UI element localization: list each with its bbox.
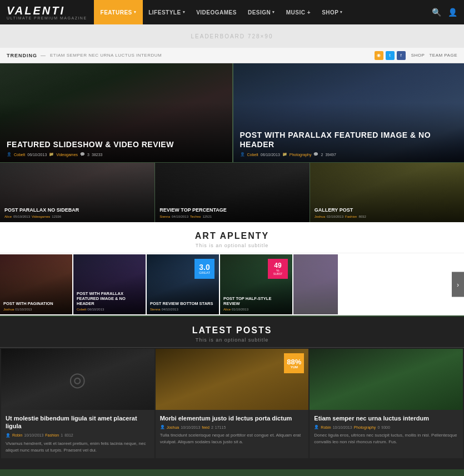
percent-label: SUBST bbox=[273, 272, 283, 275]
t2-date: 04/10/2013 bbox=[172, 215, 188, 218]
three-content-2: REVIEW TOP PERCENTAGE Sienna 04/10/2013 … bbox=[155, 203, 309, 222]
lp3-views: 9300 bbox=[381, 425, 390, 429]
hero-comment-icon-1: 💬 bbox=[80, 152, 85, 157]
latest-thumb-3 bbox=[310, 349, 463, 410]
facebook-icon[interactable]: f bbox=[397, 51, 406, 60]
t1-date: 05/10/2013 bbox=[13, 215, 30, 218]
header-actions: 🔍 👤 bbox=[425, 0, 464, 24]
lp2-author: Joshua bbox=[167, 425, 179, 429]
three-grid: POST PARALLAX NO SIDEBAR Alice 05/10/201… bbox=[0, 162, 464, 222]
lp1-comments: 1 bbox=[61, 433, 63, 437]
nav-features-label: FEATURES bbox=[101, 9, 132, 16]
latest-excerpt-1: Vivamus hendrerit, velit et laoreet pret… bbox=[6, 440, 150, 454]
score-value: 3.0 bbox=[199, 263, 209, 271]
c4-author: Alice bbox=[223, 308, 231, 311]
lp2-cat: feed bbox=[202, 425, 209, 429]
hero-author-2: Cobelt bbox=[247, 153, 258, 157]
percent-value: 49 bbox=[274, 262, 281, 269]
carousel-title-2: POST WITH PARALLAX FEATURED IMAGE & NO H… bbox=[77, 291, 142, 306]
logo-subtitle: ULTIMATE PREMIUM MAGAZINE bbox=[7, 16, 87, 20]
carousel-item-4[interactable]: 49 % SUBST POST TOP HALF-STYLE REVIEW Al… bbox=[220, 254, 292, 314]
c3-date: 04/10/2013 bbox=[162, 308, 178, 311]
carousel-item-1[interactable]: POST WITH PAGINATION Joshua 01/10/2013 bbox=[0, 254, 72, 314]
ad-banner: LEADERBOARD 728×90 bbox=[0, 24, 464, 48]
search-icon[interactable]: 🔍 bbox=[432, 8, 441, 17]
c2-date: 06/10/2013 bbox=[87, 308, 104, 311]
latest-item-2[interactable]: 88% YUM Morbi elementum justo id lectus … bbox=[156, 349, 309, 458]
three-title-3: GALLERY POST bbox=[315, 207, 460, 213]
c1-author: Joshua bbox=[3, 308, 14, 311]
header: VALENTI ULTIMATE PREMIUM MAGAZINE FEATUR… bbox=[0, 0, 464, 24]
hero-post-1[interactable]: FEATURED SLIDESHOW & VIDEO REVIEW 👤 Cobe… bbox=[0, 63, 232, 162]
carousel-next-arrow[interactable]: › bbox=[452, 272, 464, 297]
three-meta-2: Sienna 04/10/2013 Techno 12521 bbox=[159, 215, 305, 218]
twitter-icon[interactable]: t bbox=[386, 51, 395, 60]
lp2-views: 17115 bbox=[215, 425, 226, 429]
nav-shop-arrow: ▾ bbox=[340, 10, 343, 14]
carousel-meta-1: Joshua 01/10/2013 bbox=[3, 308, 69, 311]
carousel-item-5[interactable] bbox=[293, 254, 338, 314]
latest-thumb-1: ◎ bbox=[1, 349, 154, 410]
t2-cat: Techno bbox=[190, 215, 201, 218]
nav-design[interactable]: DESIGN ▾ bbox=[242, 0, 281, 24]
nav-shop[interactable]: SHOP ▾ bbox=[316, 0, 348, 24]
hero-post-2[interactable]: POST WITH PARALLAX FEATURED IMAGE & NO H… bbox=[232, 63, 465, 162]
teampage-link[interactable]: TEAM PAGE bbox=[429, 53, 457, 58]
lp2-author-icon: 👤 bbox=[160, 425, 165, 429]
nav-features-arrow: ▾ bbox=[134, 10, 137, 14]
three-meta-3: Joshua 02/10/2013 Fashion 8032 bbox=[315, 215, 460, 218]
user-icon[interactable]: 👤 bbox=[448, 8, 457, 17]
carousel-content-1: POST WITH PAGINATION Joshua 01/10/2013 bbox=[0, 298, 72, 314]
latest-post-title-1: Ut molestie bibendum ligula sit amet pla… bbox=[6, 414, 150, 430]
lp1-author-icon: 👤 bbox=[6, 433, 11, 438]
latest-meta-1: 👤 Robin 10/10/2013 Fashion 1 8312 bbox=[6, 433, 150, 438]
carousel-content-2: POST WITH PARALLAX FEATURED IMAGE & NO H… bbox=[73, 288, 146, 314]
rss-icon[interactable]: ◉ bbox=[375, 51, 383, 60]
hero-author-icon-1: 👤 bbox=[7, 152, 12, 157]
nav-music-label: MUSIC + bbox=[286, 9, 311, 16]
latest-post-title-2: Morbi elementum justo id lectus porta di… bbox=[160, 414, 305, 422]
hero-content-2: POST WITH PARALLAX FEATURED IMAGE & NO H… bbox=[233, 125, 465, 162]
carousel-item-3[interactable]: 3.0 GREAT POST REVIEW BOTTOM STARS Sienn… bbox=[147, 254, 219, 314]
carousel-content-4: POST TOP HALF-STYLE REVIEW Alice 01/10/2… bbox=[220, 293, 292, 314]
latest-item-3[interactable]: Etiam semper nec urna luctus interdum 👤 … bbox=[310, 349, 463, 458]
nav-lifestyle[interactable]: LIFESTYLE ▾ bbox=[143, 0, 191, 24]
hero-author-icon-2: 👤 bbox=[240, 152, 245, 157]
latest-subtitle: This is an optional subtitle bbox=[6, 337, 458, 343]
t3-cat: Fashion bbox=[345, 215, 357, 218]
three-post-1[interactable]: POST PARALLAX NO SIDEBAR Alice 05/10/201… bbox=[0, 162, 154, 222]
latest-score-badge: 88% YUM bbox=[284, 353, 304, 373]
hero-category-2: Photography bbox=[290, 153, 312, 157]
nav-videogames[interactable]: VIDEOGAMES bbox=[191, 0, 242, 24]
nav-music[interactable]: MUSIC + bbox=[281, 0, 316, 24]
social-icons: ◉ t f bbox=[375, 51, 406, 60]
t2-author: Sienna bbox=[159, 215, 170, 218]
trending-text: ETIAM SEMPER NEC URNA LUCTUS INTERDUM bbox=[50, 53, 375, 58]
latest-item-1[interactable]: ◎ Ut molestie bibendum ligula sit amet p… bbox=[1, 349, 154, 458]
art-header: ART APLENTY This is an optional subtitle bbox=[0, 222, 464, 253]
nav-features[interactable]: FEATURES ▾ bbox=[94, 0, 143, 24]
lp1-date: 10/10/2013 bbox=[24, 433, 43, 437]
hero-category-1: Videogames bbox=[56, 153, 78, 157]
three-post-3[interactable]: GALLERY POST Joshua 02/10/2013 Fashion 8… bbox=[310, 162, 464, 222]
carousel-meta-4: Alice 01/10/2013 bbox=[223, 308, 289, 311]
art-title: ART APLENTY bbox=[6, 231, 458, 241]
c1-date: 01/10/2013 bbox=[15, 308, 32, 311]
lp3-author-icon: 👤 bbox=[314, 425, 319, 429]
hero-comment-icon-2: 💬 bbox=[313, 152, 318, 157]
carousel-content-3: POST REVIEW BOTTOM STARS Sienna 04/10/20… bbox=[147, 298, 219, 314]
three-post-2[interactable]: REVIEW TOP PERCENTAGE Sienna 04/10/2013 … bbox=[154, 162, 309, 222]
carousel-title-4: POST TOP HALF-STYLE REVIEW bbox=[223, 296, 289, 306]
carousel-overlay-5 bbox=[293, 254, 338, 314]
hero-views-2: 39497 bbox=[325, 153, 336, 157]
carousel-item-2[interactable]: POST WITH PARALLAX FEATURED IMAGE & NO H… bbox=[73, 254, 146, 314]
lp1-cat: Fashion bbox=[45, 433, 59, 437]
hero-date-2: 06/10/2013 bbox=[261, 153, 280, 157]
three-content-3: GALLERY POST Joshua 02/10/2013 Fashion 8… bbox=[310, 203, 464, 222]
nav-lifestyle-label: LIFESTYLE bbox=[148, 9, 181, 16]
nav-videogames-label: VIDEOGAMES bbox=[196, 9, 237, 16]
nav-shop-label: SHOP bbox=[322, 9, 338, 16]
art-section: ART APLENTY This is an optional subtitle… bbox=[0, 222, 464, 315]
latest-post-title-3: Etiam semper nec urna luctus interdum bbox=[314, 414, 458, 422]
shop-link[interactable]: SHOP bbox=[411, 53, 425, 58]
